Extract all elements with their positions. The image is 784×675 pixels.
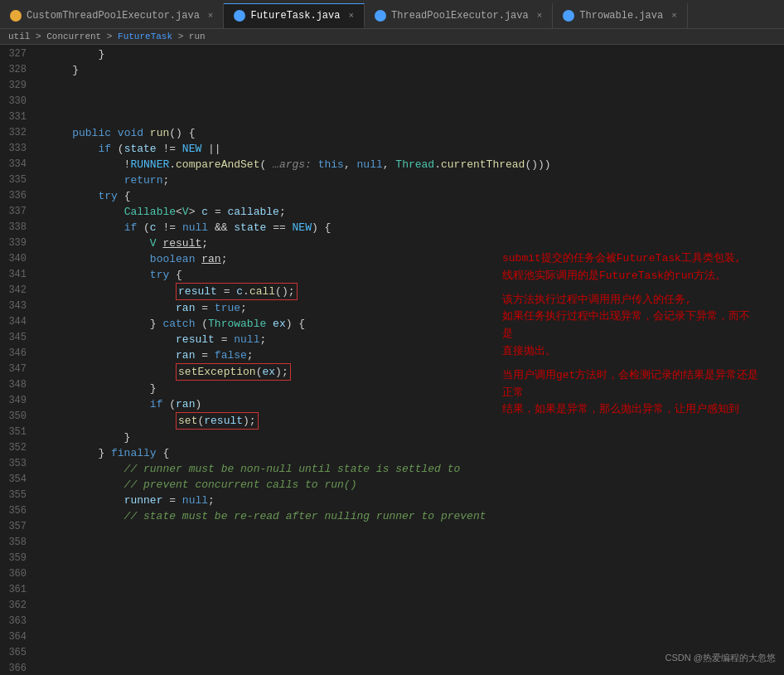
tab-label-throwable: Throwable.java (579, 10, 663, 22)
tab-icon-tpe (375, 10, 386, 22)
gutter (33, 45, 40, 671)
breadcrumb-text: util > Concurrent > FutureTask > run (8, 32, 206, 41)
annotation-1-title: submit提交的任务会被FutureTask工具类包装, (502, 252, 742, 265)
code-line-335: Callable<V> c = callable; (40, 204, 784, 220)
code-line-333: return; (40, 172, 784, 188)
annotation-1: submit提交的任务会被FutureTask工具类包装, 线程池实际调用的是F… (502, 250, 759, 285)
line-numbers: 327 328 329 330 331 332 333 334 335 336 … (0, 45, 33, 671)
annotation-1-body: 线程池实际调用的是FutureTask的run方法。 (502, 270, 726, 282)
code-line-352: // prevent concurrent calls to run() (40, 477, 784, 493)
annotation-3-body: 结果，如果是异常，那么抛出异常，让用户感知到 (502, 403, 739, 415)
tab-close-tpe[interactable]: × (537, 11, 543, 21)
tab-throwable[interactable]: Throwable.java × (553, 3, 687, 28)
code-line-336: if (c != null && state == NEW) { (40, 220, 784, 236)
tab-thread-pool-executor[interactable]: ThreadPoolExecutor.java × (365, 3, 553, 28)
code-line-350: } finally { (40, 445, 784, 461)
code-line-332: !RUNNER.compareAndSet( …args: this, null… (40, 157, 784, 172)
annotation-panel: submit提交的任务会被FutureTask工具类包装, 线程池实际调用的是F… (502, 250, 759, 425)
tab-label-custom: CustomThreadPoolExecutor.java (27, 10, 200, 22)
code-content: } } public void run() { if (state != NEW… (40, 45, 784, 671)
breadcrumb: util > Concurrent > FutureTask > run (0, 29, 784, 45)
editor-area: 327 328 329 330 331 332 333 334 335 336 … (0, 45, 784, 671)
code-line-354: // state must be re-read after nulling r… (40, 508, 784, 524)
code-line-337: V result; (40, 236, 784, 251)
annotation-2-title: 该方法执行过程中调用用户传入的任务, (502, 294, 692, 306)
tab-icon-future (234, 10, 245, 22)
code-line-349: } (40, 430, 784, 445)
tab-close-throwable[interactable]: × (671, 11, 677, 21)
tab-close-future[interactable]: × (348, 11, 354, 21)
annotation-2: 该方法执行过程中调用用户传入的任务, 如果任务执行过程中出现异常，会记录下异常，… (502, 292, 759, 361)
annotation-2-body2: 直接抛出。 (502, 345, 556, 357)
annotation-3-title: 当用户调用get方法时，会检测记录的结果是异常还是正常 (502, 369, 758, 399)
code-line-327: } (40, 46, 784, 62)
code-line-330: public void run() { (40, 125, 784, 141)
code-line-329 (40, 78, 784, 125)
code-line-331: if (state != NEW || (40, 141, 784, 157)
tab-bar: CustomThreadPoolExecutor.java × FutureTa… (0, 0, 784, 29)
tab-label-future: FutureTask.java (250, 10, 340, 22)
code-line-353: runner = null; (40, 493, 784, 508)
annotation-2-body1: 如果任务执行过程中出现异常，会记录下异常，而不是 (502, 310, 750, 340)
code-line-351: // runner must be non-null until state i… (40, 461, 784, 477)
watermark-text: CSDN @热爱编程的大忽悠 (665, 653, 776, 663)
watermark: CSDN @热爱编程的大忽悠 (665, 652, 776, 664)
tab-icon-custom (10, 10, 22, 22)
tab-close-custom[interactable]: × (208, 11, 214, 21)
code-line-328: } (40, 62, 784, 78)
tab-label-tpe: ThreadPoolExecutor.java (391, 10, 529, 22)
annotation-3: 当用户调用get方法时，会检测记录的结果是异常还是正常 结果，如果是异常，那么抛… (502, 367, 759, 419)
tab-custom-thread-pool[interactable]: CustomThreadPoolExecutor.java × (0, 3, 224, 28)
tab-icon-throwable (563, 10, 574, 22)
tab-future-task[interactable]: FutureTask.java × (224, 3, 365, 28)
code-line-334: try { (40, 188, 784, 204)
